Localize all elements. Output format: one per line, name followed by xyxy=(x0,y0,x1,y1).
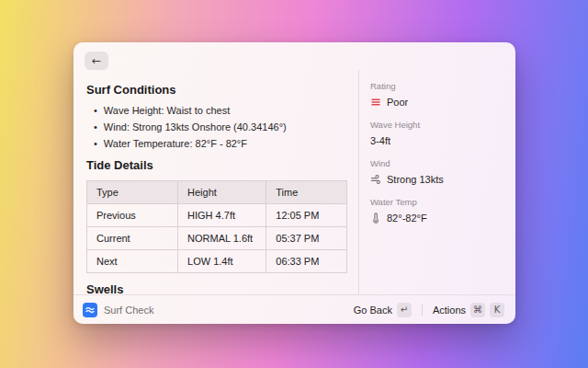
cell-current-height: NORMAL 1.6ft xyxy=(178,227,266,250)
meta-label-wind: Wind xyxy=(370,158,504,168)
meta-value-wave-height-row: 3-4ft xyxy=(370,135,504,146)
section-title-swells: Swells xyxy=(86,282,347,294)
section-title-tide-details: Tide Details xyxy=(86,158,347,172)
enter-key-icon: ↵ xyxy=(397,303,412,317)
meta-value-water-temp: 82°-82°F xyxy=(387,213,427,224)
conditions-list: Wave Height: Waist to chest Wind: Strong… xyxy=(86,105,347,149)
actions-button[interactable]: Actions ⌘ K xyxy=(431,301,506,319)
table-header-time: Time xyxy=(266,181,347,204)
meta-value-wind-row: Strong 13kts xyxy=(370,174,504,185)
surf-check-window: ← Surf Conditions Wave Height: Waist to … xyxy=(74,42,515,324)
meta-rating: Rating Poor xyxy=(370,81,504,108)
cell-current-time: 05:37 PM xyxy=(266,227,347,250)
section-title-surf-conditions: Surf Conditions xyxy=(86,83,347,97)
cmd-key-icon: ⌘ xyxy=(470,303,485,317)
meta-value-wave-height: 3-4ft xyxy=(370,135,390,146)
k-key-icon: K xyxy=(490,303,504,317)
meta-label-rating: Rating xyxy=(370,81,504,91)
meta-value-water-temp-row: 82°-82°F xyxy=(370,213,504,224)
window-header: ← xyxy=(74,42,515,70)
footer-separator xyxy=(422,305,423,316)
meta-value-rating: Poor xyxy=(387,97,408,108)
cell-previous-time: 12:05 PM xyxy=(266,204,347,227)
condition-item-wave-height: Wave Height: Waist to chest xyxy=(94,105,347,116)
meta-label-water-temp: Water Temp xyxy=(370,197,504,207)
table-row-previous: Previous HIGH 4.7ft 12:05 PM xyxy=(87,204,347,227)
actions-label: Actions xyxy=(433,305,466,316)
table-header-height: Height xyxy=(178,181,266,204)
app-name: Surf Check xyxy=(104,305,153,316)
cell-next-type: Next xyxy=(87,250,178,273)
footer-bar: Surf Check Go Back ↵ Actions ⌘ K xyxy=(74,294,515,324)
cell-current-type: Current xyxy=(87,227,178,250)
surf-check-app-icon xyxy=(83,303,97,317)
condition-item-wind: Wind: Strong 13kts Onshore (40.34146°) xyxy=(94,121,347,132)
table-row-current: Current NORMAL 1.6ft 05:37 PM xyxy=(87,227,347,250)
cell-previous-height: HIGH 4.7ft xyxy=(178,204,266,227)
tide-table-header-row: Type Height Time xyxy=(87,181,347,204)
go-back-label: Go Back xyxy=(354,305,392,316)
metadata-panel: Rating Poor Wave Height 3-4ft Wind xyxy=(359,70,515,294)
meta-wave-height: Wave Height 3-4ft xyxy=(370,120,504,146)
meta-wind: Wind Strong 13kts xyxy=(370,158,504,185)
condition-item-water-temp: Water Temperature: 82°F - 82°F xyxy=(94,138,347,149)
footer-actions: Go Back ↵ Actions ⌘ K xyxy=(352,301,506,319)
table-row-next: Next LOW 1.4ft 06:33 PM xyxy=(87,250,347,273)
cell-previous-type: Previous xyxy=(87,204,178,227)
meta-water-temp: Water Temp 82°-82°F xyxy=(370,197,504,224)
detail-content: Surf Conditions Wave Height: Waist to ch… xyxy=(74,70,358,294)
tide-table: Type Height Time Previous HIGH 4.7ft 12:… xyxy=(86,180,347,273)
cell-next-time: 06:33 PM xyxy=(266,250,347,273)
meta-value-wind: Strong 13kts xyxy=(387,174,444,185)
cell-next-height: LOW 1.4ft xyxy=(178,250,266,273)
footer-app: Surf Check xyxy=(83,303,153,317)
wind-icon xyxy=(370,174,381,185)
back-button[interactable]: ← xyxy=(85,52,108,70)
go-back-button[interactable]: Go Back ↵ xyxy=(352,301,413,319)
meta-label-wave-height: Wave Height xyxy=(370,120,504,130)
thermometer-icon xyxy=(370,213,381,224)
back-arrow-icon: ← xyxy=(92,55,101,66)
meta-value-rating-row: Poor xyxy=(370,97,504,108)
window-body: Surf Conditions Wave Height: Waist to ch… xyxy=(74,70,515,294)
rating-bars-icon xyxy=(370,97,381,108)
table-header-type: Type xyxy=(87,181,178,204)
